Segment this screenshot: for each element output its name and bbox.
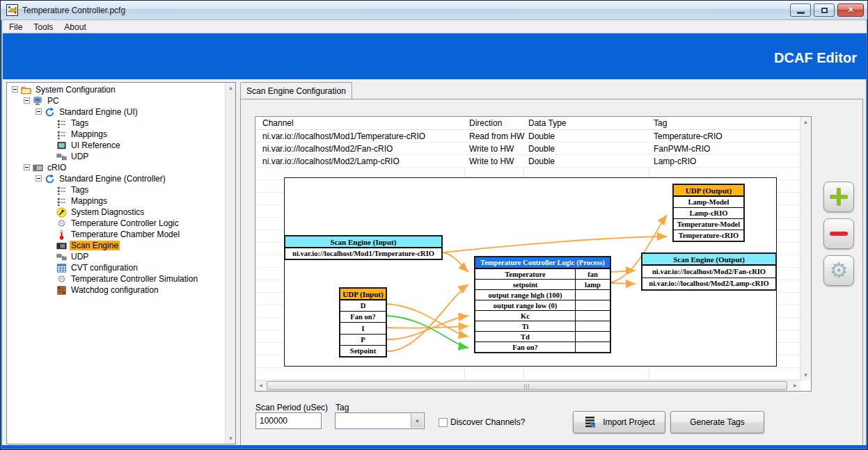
window-title: Temperature Controller.pcfg <box>22 6 125 15</box>
process-title: Temperature Controller Logic (Process) <box>475 257 610 268</box>
mapping-diagram: Scan Engine (Input) ni.var.io://localhos… <box>284 177 777 367</box>
add-button[interactable] <box>823 182 854 212</box>
menu-tools[interactable]: Tools <box>28 21 58 33</box>
gear-icon <box>56 274 67 284</box>
tree-item-pc[interactable]: PC <box>7 95 225 106</box>
tree-item-tags-controller[interactable]: Tags <box>7 184 225 195</box>
scroll-down-icon[interactable] <box>226 433 236 444</box>
menu-about[interactable]: About <box>58 21 91 33</box>
collapse-icon[interactable] <box>24 97 30 104</box>
scrollbar-thumb[interactable] <box>267 381 787 390</box>
import-project-button[interactable]: Import Project <box>573 411 665 433</box>
tree-item-ui-reference[interactable]: UI Reference <box>7 140 225 151</box>
scan-engine-configuration-panel: Channel Direction Data Type Tag ni.var.i… <box>240 99 863 446</box>
collapse-icon[interactable] <box>35 175 42 182</box>
cvt-table-icon <box>56 263 67 273</box>
menu-file[interactable]: File <box>3 21 28 33</box>
tree-item-temperature-controller-simulation[interactable]: Temperature Controller Simulation <box>7 273 225 284</box>
header-channel: Channel <box>262 118 294 128</box>
banner-title: DCAF Editor <box>774 50 857 66</box>
folder-icon <box>21 85 31 95</box>
scan-engine-input-title: Scan Engine (Input) <box>285 236 441 248</box>
discover-channels-label[interactable]: Discover Channels? <box>450 417 525 427</box>
system-tree: System Configuration PC Standard Engine … <box>7 83 225 444</box>
remove-button[interactable] <box>823 218 854 249</box>
tree-item-mappings-controller[interactable]: Mappings <box>7 195 225 207</box>
engine-icon <box>45 174 55 184</box>
minimize-icon <box>797 12 805 14</box>
gear-icon: ⚙ <box>830 260 849 281</box>
collapse-icon[interactable] <box>35 109 42 115</box>
udp-icon <box>56 252 67 262</box>
import-project-icon <box>583 415 597 429</box>
system-tree-panel: System Configuration PC Standard Engine … <box>6 82 236 444</box>
tree-item-standard-engine-controller[interactable]: Standard Engine (Controller) <box>7 173 225 184</box>
banner: DCAF Editor <box>3 33 867 79</box>
tree-item-system-configuration[interactable]: System Configuration <box>7 84 225 95</box>
tree-item-system-diagnostics[interactable]: System Diagnostics <box>7 207 225 218</box>
discover-channels-checkbox[interactable] <box>439 418 448 427</box>
table-row[interactable]: ni.var.io://localhost/Mod2/Fan-cRIO Writ… <box>255 143 800 155</box>
scroll-up-icon[interactable] <box>226 83 236 93</box>
title-bar[interactable]: Temperature Controller.pcfg ✕ <box>1 1 867 20</box>
scroll-up-icon[interactable] <box>800 117 811 127</box>
crio-icon <box>33 163 43 173</box>
scan-engine-input-block: Scan Engine (Input) ni.var.io://localhos… <box>284 235 443 260</box>
tag-dropdown[interactable] <box>335 412 425 429</box>
tree-item-temperature-controller-logic[interactable]: Temperature Controller Logic <box>7 218 225 229</box>
channel-table: Channel Direction Data Type Tag ni.var.i… <box>255 116 812 392</box>
scan-engine-output-title: Scan Engine (Output) <box>642 254 775 265</box>
udp-input-title: UDP (Input) <box>340 289 386 300</box>
table-header-row: Channel Direction Data Type Tag <box>255 117 800 130</box>
table-horizontal-scrollbar[interactable] <box>255 380 800 391</box>
tree-item-cvt-configuration[interactable]: CVT configuration <box>7 262 225 273</box>
tree-item-scan-engine[interactable]: Scan Engine <box>7 240 225 251</box>
header-tag: Tag <box>654 118 667 128</box>
pc-icon <box>33 96 43 106</box>
hammer-icon <box>56 207 67 218</box>
app-window: Temperature Controller.pcfg ✕ File Tools… <box>0 0 868 450</box>
scan-period-label: Scan Period (uSec) <box>255 403 328 412</box>
scan-engine-icon <box>56 241 67 251</box>
selected-tree-item[interactable]: Scan Engine <box>70 241 120 250</box>
tree-item-tags-ui[interactable]: Tags <box>7 118 225 129</box>
header-data-type: Data Type <box>528 118 566 128</box>
table-row[interactable]: ni.var.io://localhost/Mod2/Lamp-cRIO Wri… <box>255 155 800 168</box>
udp-icon <box>56 152 67 162</box>
tree-item-mappings-ui[interactable]: Mappings <box>7 129 225 140</box>
settings-button[interactable]: ⚙ <box>823 255 854 286</box>
scroll-right-icon[interactable] <box>790 380 800 391</box>
scan-period-input[interactable] <box>255 412 322 429</box>
tree-scrollbar[interactable] <box>225 83 235 444</box>
close-button[interactable]: ✕ <box>837 3 864 17</box>
tree-item-temperature-chamber-model[interactable]: Temperature Chamber Model <box>7 229 225 240</box>
maximize-button[interactable] <box>814 3 835 17</box>
engine-icon <box>45 107 55 118</box>
minimize-button[interactable] <box>790 3 811 17</box>
maximize-icon <box>821 8 828 13</box>
tab-scan-engine-configuration[interactable]: Scan Engine Configuration <box>240 82 352 99</box>
table-vertical-scrollbar[interactable] <box>800 117 811 380</box>
tree-item-udp-ui[interactable]: UDP <box>7 151 225 162</box>
header-direction: Direction <box>469 118 502 128</box>
collapse-icon[interactable] <box>24 164 30 170</box>
app-icon <box>6 4 18 16</box>
plus-icon <box>830 188 848 206</box>
udp-output-block: UDP (Output) Lamp-Model Lamp-cRIO Temper… <box>672 184 745 242</box>
table-row[interactable]: ni.var.io://localhost/Mod1/Temperature-c… <box>255 130 800 143</box>
collapse-icon[interactable] <box>12 86 18 93</box>
monitor-icon <box>56 140 67 151</box>
scroll-down-icon[interactable] <box>800 370 811 380</box>
bottom-accent-strip <box>1 445 868 449</box>
scroll-left-icon[interactable] <box>255 380 266 391</box>
tree-item-standard-engine-ui[interactable]: Standard Engine (UI) <box>7 106 225 118</box>
tree-item-watchdog-configuration[interactable]: Watchdog configuration <box>7 284 225 296</box>
dropdown-arrow-icon[interactable] <box>411 414 423 428</box>
scan-engine-output-block: Scan Engine (Output) ni.var.io://localho… <box>641 252 777 291</box>
tree-item-crio[interactable]: cRIO <box>7 162 225 173</box>
tag-label: Tag <box>336 403 349 412</box>
udp-input-block: UDP (Input) D Fan on? I P Setpoint <box>339 287 387 357</box>
menu-bar: File Tools About <box>3 21 867 33</box>
tree-item-udp-controller[interactable]: UDP <box>7 251 225 262</box>
generate-tags-button[interactable]: Generate Tags <box>670 411 764 433</box>
